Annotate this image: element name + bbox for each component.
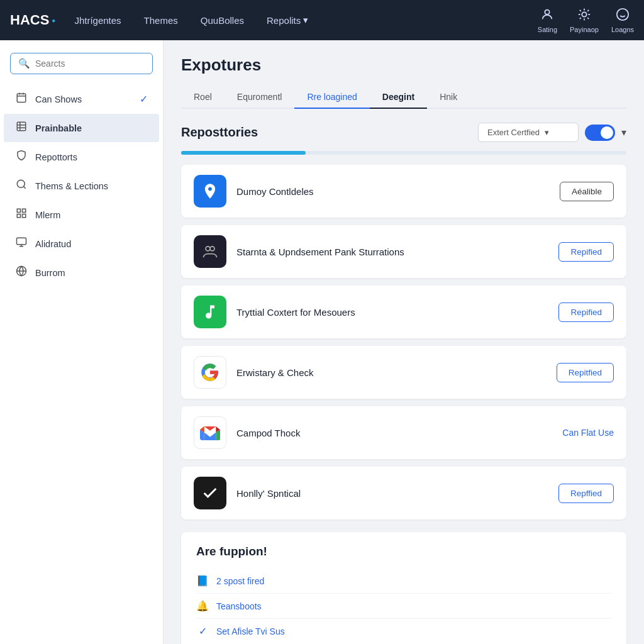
logo[interactable]: HACS●	[10, 12, 55, 28]
topnav: HACS● Jhtrígentes Themes QuuBolles Repol…	[0, 0, 644, 40]
fuppion-label-1: 2 spost fired	[216, 576, 264, 586]
svg-point-10	[617, 8, 628, 19]
repo-btn-dumoy[interactable]: Aéalible	[560, 182, 614, 201]
repo-logo-dumoy	[194, 175, 226, 208]
fuppion-title: Are fuppion!	[196, 545, 611, 558]
sidebar-item-burrom[interactable]: Burrom	[4, 258, 159, 287]
checkmark-icon: ✓	[196, 625, 209, 637]
repo-card-dumoy: Dumoy Contldeles Aéalible	[181, 165, 626, 218]
search-input[interactable]	[35, 58, 145, 69]
repo-name-dumoy: Dumoy Contldeles	[236, 186, 550, 197]
repo-name-erwistary: Erwistary & Check	[236, 367, 547, 378]
book-icon: 📘	[196, 575, 209, 587]
topnav-actions: Sating Payinaop Loagns	[538, 8, 634, 33]
select-chevron-icon: ▾	[545, 128, 549, 137]
nav-themes[interactable]: Themes	[135, 10, 187, 31]
fuppion-item-3[interactable]: ✓ Set Afisle Tvi Sus	[196, 619, 611, 643]
action-payinaop[interactable]: Payinaop	[570, 8, 599, 33]
repo-logo-campod	[194, 416, 226, 449]
search-wrap: 🔍	[0, 48, 163, 84]
calendar-icon	[15, 92, 28, 106]
svg-rect-27	[17, 238, 26, 245]
fuppion-label-2: Teansboots	[216, 601, 262, 611]
repo-logo-erwistary	[194, 356, 226, 389]
svg-point-32	[206, 247, 210, 251]
progress-bar	[181, 151, 626, 155]
action-loagns[interactable]: Loagns	[611, 8, 634, 33]
svg-point-1	[582, 12, 586, 16]
repo-logo-tryttial	[194, 296, 226, 328]
shield-icon	[15, 150, 28, 164]
globe-icon	[15, 265, 28, 280]
sidebar: 🔍 Can Shows ✓ Prainbable Repottorts	[0, 40, 164, 644]
search2-icon	[15, 179, 28, 193]
repo-card-campod: Campod Thock Can Flat Use	[181, 406, 626, 459]
bell-icon: 🔔	[196, 600, 209, 612]
repositories-title: Reposttories	[181, 125, 258, 140]
smile-icon	[616, 8, 630, 25]
repo-card-tryttial: Tryttial Coxtert for Mesouers Repified	[181, 286, 626, 338]
tab-equromentl[interactable]: Equromentl	[225, 86, 295, 109]
fuppion-item-1[interactable]: 📘 2 spost fired	[196, 569, 611, 594]
svg-rect-26	[23, 214, 26, 218]
nav-integrations[interactable]: Jhtrígentes	[65, 10, 130, 31]
svg-line-9	[587, 9, 589, 11]
svg-rect-23	[17, 209, 20, 212]
repo-card-starnta: Starnta & Upndsement Pank Sturrations Re…	[181, 225, 626, 278]
svg-point-0	[545, 9, 550, 14]
progress-fill	[181, 151, 306, 155]
svg-line-22	[23, 186, 25, 188]
repo-card-honlly: Honlly' Spntical Repffied	[181, 467, 626, 519]
main-content: Expotures Roel Equromentl Rre loagined D…	[164, 40, 644, 644]
person-icon	[540, 8, 554, 25]
nav-repolits[interactable]: Repolits ▾	[258, 9, 317, 31]
toggle-switch[interactable]	[585, 125, 615, 141]
page-title: Expotures	[181, 55, 626, 75]
search-box[interactable]: 🔍	[10, 53, 153, 74]
tab-hnik[interactable]: Hnik	[427, 86, 470, 109]
fuppion-section: Are fuppion! 📘 2 spost fired 🔔 Teansboot…	[181, 532, 626, 644]
chart-icon	[15, 208, 28, 222]
repo-btn-starnta[interactable]: Repified	[558, 242, 614, 262]
layout: 🔍 Can Shows ✓ Prainbable Repottorts	[0, 40, 644, 644]
sun-icon	[577, 8, 591, 25]
sidebar-item-mlerm[interactable]: Mlerm	[4, 201, 159, 229]
search-icon: 🔍	[18, 58, 30, 69]
sidebar-item-alidratud[interactable]: Alidratud	[4, 230, 159, 258]
svg-rect-25	[17, 214, 20, 218]
repo-logo-starnta	[194, 235, 226, 268]
repo-btn-campod[interactable]: Can Flat Use	[562, 428, 614, 438]
sidebar-item-prainbable[interactable]: Prainbable	[4, 114, 159, 142]
svg-line-8	[580, 18, 581, 19]
list-icon	[15, 121, 28, 135]
section-controls: Extert Certfied ▾ ▾	[478, 123, 626, 142]
repo-logo-honlly	[194, 477, 226, 509]
tabs: Roel Equromentl Rre loagined Deegint Hni…	[181, 86, 626, 109]
sidebar-item-repottorts[interactable]: Repottorts	[4, 143, 159, 171]
action-sating[interactable]: Sating	[538, 8, 557, 33]
expand-icon[interactable]: ▾	[621, 126, 626, 138]
svg-line-6	[580, 9, 581, 11]
nav-quubolles[interactable]: QuuBolles	[192, 10, 253, 31]
repo-btn-tryttial[interactable]: Repified	[558, 303, 614, 322]
check-icon: ✓	[140, 93, 148, 105]
repo-name-tryttial: Tryttial Coxtert for Mesouers	[236, 307, 548, 318]
monitor-icon	[15, 236, 28, 251]
repo-btn-honlly[interactable]: Repffied	[558, 484, 614, 503]
filter-select[interactable]: Extert Certfied ▾	[478, 123, 579, 142]
svg-rect-24	[23, 209, 26, 212]
fuppion-label-3: Set Afisle Tvi Sus	[216, 626, 285, 636]
svg-rect-17	[17, 122, 26, 131]
svg-line-7	[587, 18, 589, 19]
tab-rre-loagined[interactable]: Rre loagined	[294, 86, 369, 109]
tab-roel[interactable]: Roel	[181, 86, 225, 109]
fuppion-item-2[interactable]: 🔔 Teansboots	[196, 594, 611, 619]
repo-name-honlly: Honlly' Spntical	[236, 488, 548, 499]
sidebar-item-thems-lections[interactable]: Thems & Lections	[4, 172, 159, 200]
sidebar-item-can-shows[interactable]: Can Shows ✓	[4, 85, 159, 113]
repo-name-campod: Campod Thock	[236, 428, 552, 438]
repo-btn-erwistary[interactable]: Repitfied	[557, 363, 614, 382]
repositories-header: Reposttories Extert Certfied ▾ ▾	[181, 123, 626, 142]
tab-deegint[interactable]: Deegint	[370, 86, 427, 109]
svg-point-21	[17, 180, 25, 187]
